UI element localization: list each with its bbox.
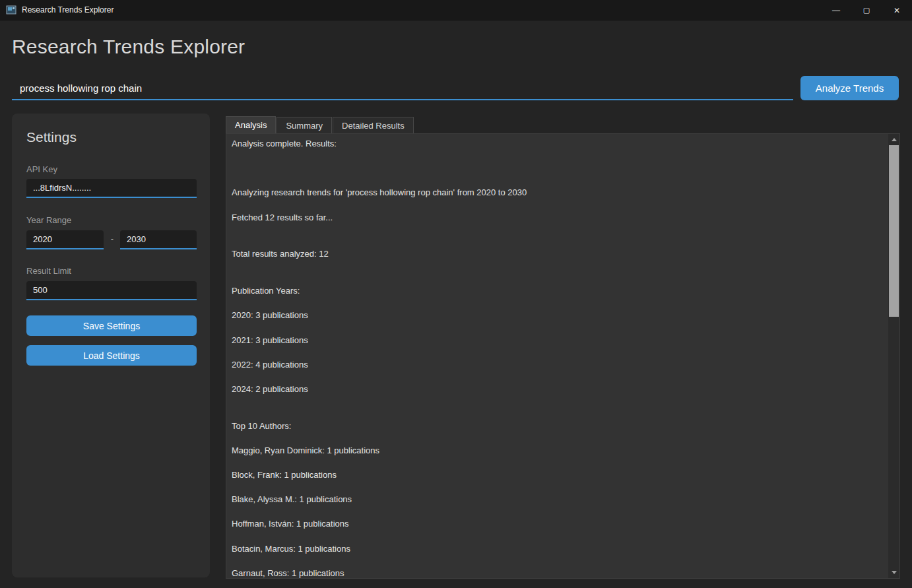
result-limit-label: Result Limit bbox=[26, 266, 71, 276]
tab-detailed-results[interactable]: Detailed Results bbox=[333, 117, 414, 133]
api-key-input[interactable] bbox=[26, 179, 197, 198]
tab-analysis[interactable]: Analysis bbox=[226, 116, 276, 133]
scrollbar-thumb[interactable] bbox=[889, 145, 899, 317]
analyze-trends-button[interactable]: Analyze Trends bbox=[800, 76, 899, 100]
api-key-label: API Key bbox=[26, 164, 57, 174]
window-controls: — ▢ ✕ bbox=[821, 0, 912, 20]
scroll-down-button[interactable] bbox=[888, 567, 899, 578]
tab-summary[interactable]: Summary bbox=[277, 117, 332, 133]
search-input[interactable] bbox=[12, 77, 793, 100]
chevron-up-icon bbox=[892, 138, 897, 141]
maximize-button[interactable]: ▢ bbox=[851, 0, 882, 20]
analysis-output-text: Analysis complete. Results: Analyzing re… bbox=[226, 134, 888, 578]
year-range-label: Year Range bbox=[26, 215, 71, 225]
window-title: Research Trends Explorer bbox=[22, 5, 114, 15]
close-button[interactable]: ✕ bbox=[882, 0, 912, 20]
load-settings-button[interactable]: Load Settings bbox=[26, 345, 197, 366]
year-from-input[interactable] bbox=[26, 230, 104, 249]
settings-heading: Settings bbox=[26, 129, 77, 145]
chevron-down-icon bbox=[892, 571, 897, 574]
result-limit-input[interactable] bbox=[26, 281, 197, 300]
tabbar: Analysis Summary Detailed Results bbox=[226, 116, 414, 133]
scroll-up-button[interactable] bbox=[888, 134, 899, 145]
save-settings-button[interactable]: Save Settings bbox=[26, 315, 197, 336]
minimize-button[interactable]: — bbox=[821, 0, 851, 20]
page-title: Research Trends Explorer bbox=[12, 36, 245, 58]
vertical-scrollbar[interactable] bbox=[888, 134, 899, 578]
app-icon bbox=[6, 5, 16, 15]
titlebar[interactable]: Research Trends Explorer — ▢ ✕ bbox=[0, 0, 912, 20]
year-range-separator: - bbox=[106, 234, 118, 244]
settings-panel: Settings API Key Year Range - Result Lim… bbox=[12, 114, 210, 577]
year-to-input[interactable] bbox=[120, 230, 197, 249]
analysis-output-panel: Analysis complete. Results: Analyzing re… bbox=[226, 133, 900, 579]
